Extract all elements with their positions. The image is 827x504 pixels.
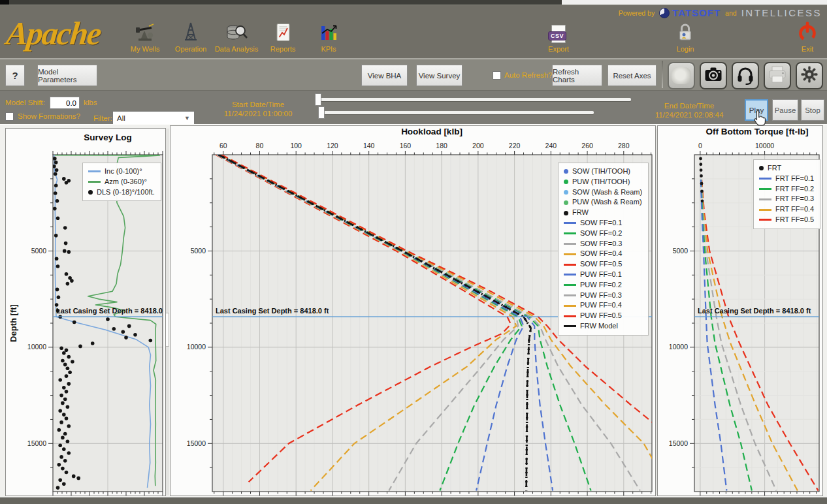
legend-marker-line	[759, 178, 771, 180]
view-bha-button[interactable]: View BHA	[361, 65, 408, 86]
model-shift-unit: klbs	[84, 99, 97, 106]
legend-label: FRW Model	[580, 321, 618, 332]
stop-button[interactable]: Stop	[801, 99, 824, 121]
legend-label: Inc (0-100)°	[105, 166, 142, 177]
support-button[interactable]	[732, 62, 759, 89]
reset-axes-button[interactable]: Reset Axes	[608, 65, 657, 86]
slider-thumb-end[interactable]	[318, 106, 325, 119]
nav-my-wells[interactable]: My Wells	[122, 20, 168, 53]
legend-label: SOW FF=0.4	[580, 249, 623, 259]
auto-refresh-checkbox[interactable]	[493, 71, 501, 80]
legend-label: SOW FF=0.2	[580, 228, 623, 239]
chevron-down-icon: ▼	[184, 115, 190, 121]
legend-label: SOW (TIH/TOOH)	[572, 166, 630, 177]
legend-label: SOW FF=0.1	[580, 218, 623, 228]
nav-label: Reports	[270, 45, 296, 53]
svg-text:5000: 5000	[673, 247, 689, 255]
legend-marker-dot	[759, 166, 764, 170]
filter-value: All	[117, 114, 125, 122]
svg-text:Last Casing Set Depth = 8418.0: Last Casing Set Depth = 8418.0 ft	[698, 307, 811, 315]
play-button[interactable]: Play	[745, 99, 768, 121]
svg-text:5000: 5000	[31, 247, 47, 255]
start-datetime: Start Date/Time 11/24/2021 01:00:00	[209, 101, 307, 118]
svg-text:15000: 15000	[187, 439, 206, 447]
nav-label: Operation	[175, 45, 206, 53]
filter-label: Filter:	[93, 114, 112, 122]
legend-marker-line	[759, 209, 771, 211]
end-datetime: End Date/Time 11/24/2021 02:08:44	[640, 102, 738, 119]
view-survey-button[interactable]: View Survey	[416, 65, 462, 86]
record-button[interactable]	[668, 62, 695, 89]
model-parameters-button[interactable]: Model Parameters	[37, 65, 97, 86]
legend-label: PUW FF=0.1	[580, 270, 622, 280]
nav-label: Login	[677, 45, 694, 53]
survey-log-chart[interactable]: 50001000015000Last Casing Set Depth = 84…	[5, 128, 166, 496]
slider-thumb-start[interactable]	[315, 93, 321, 106]
chart-legend: FRTFRT FF=0.1FRT FF=0.2FRT FF=0.3FRT FF=…	[753, 159, 820, 229]
time-range-slider-start[interactable]	[315, 98, 631, 101]
legend-marker-dot	[564, 211, 568, 215]
legend-label: PUW FF=0.3	[580, 291, 622, 301]
tatsoft-ball-icon	[659, 8, 670, 18]
svg-text:120: 120	[327, 142, 338, 150]
svg-text:200: 200	[472, 142, 484, 150]
powered-by-bar: Powered by TATSOFT and INTELLICESS	[619, 7, 822, 18]
nav-label: My Wells	[131, 45, 159, 53]
report-icon	[273, 20, 293, 43]
hookload-chart[interactable]: 6080100120140160180200220240260280500010…	[170, 125, 656, 496]
printer-icon	[767, 65, 788, 87]
legend-label: FRW	[572, 208, 589, 218]
legend-label: PUW FF=0.2	[580, 280, 622, 291]
time-range-slider-end[interactable]	[318, 111, 594, 114]
database-search-icon	[225, 20, 248, 43]
nav-kpis[interactable]: KPIs	[306, 20, 351, 53]
refresh-charts-button[interactable]: Refresh Charts	[552, 65, 602, 86]
svg-text:60: 60	[219, 142, 227, 150]
chart-title: Hookload [klb]	[401, 127, 462, 136]
chart-legend: Inc (0-100)°Azm (0-360)°DLS (0-18)°/100f…	[82, 163, 161, 201]
window-top-strip-right	[562, 0, 827, 5]
chart-legend: SOW (TIH/TOOH)PUW (TIH/TOOH)SOW (Wash & …	[558, 163, 649, 336]
csv-file-icon: CSV	[551, 20, 566, 43]
toolbar-divider	[662, 61, 663, 88]
exit-button[interactable]: Exit	[788, 20, 827, 53]
legend-label: SOW FF=0.5	[580, 259, 623, 270]
legend-marker-line	[564, 264, 576, 266]
legend-marker-line	[564, 253, 576, 255]
nav-operation[interactable]: Operation	[168, 20, 214, 53]
start-datetime-value: 11/24/2021 01:00:00	[209, 110, 307, 118]
power-icon	[796, 20, 819, 43]
pumpjack-icon	[135, 20, 155, 43]
legend-label: PUW (TIH/TOOH)	[572, 177, 630, 187]
legend-label: FRT	[768, 163, 781, 174]
legend-marker-dot	[88, 190, 93, 195]
legend-label: FRT FF=0.3	[775, 194, 814, 204]
show-formations-checkbox[interactable]	[5, 112, 14, 121]
nav-data-analysis[interactable]: Data Analysis	[214, 20, 259, 53]
legend-marker-line	[564, 232, 576, 234]
auto-refresh-label: Auto Refresh?	[504, 71, 553, 79]
print-button[interactable]	[764, 62, 791, 89]
model-shift-input[interactable]	[50, 97, 80, 109]
camera-icon	[703, 65, 724, 87]
help-button[interactable]: ?	[5, 65, 25, 86]
login-button[interactable]: Login	[662, 20, 708, 53]
svg-text:240: 240	[545, 142, 557, 150]
legend-label: SOW FF=0.3	[580, 239, 623, 249]
screenshot-button[interactable]	[700, 62, 727, 89]
chart-title: Survey Log	[84, 133, 132, 142]
svg-text:160: 160	[400, 142, 412, 150]
nav-reports[interactable]: Reports	[260, 20, 306, 53]
export-button[interactable]: CSV Export	[536, 20, 581, 53]
model-shift-label: Model Shift:	[5, 99, 45, 106]
pause-button[interactable]: Pause	[772, 99, 798, 121]
off-bottom-torque-chart[interactable]: 01000050001000015000Last Casing Set Dept…	[657, 125, 823, 496]
legend-label: FRT FF=0.5	[775, 215, 814, 225]
svg-text:Last Casing Set Depth = 8418.0: Last Casing Set Depth = 8418.0 ft	[216, 307, 329, 315]
tatsoft-logo: TATSOFT	[659, 7, 721, 18]
settings-button[interactable]	[796, 62, 823, 89]
headset-icon	[735, 64, 756, 87]
svg-text:10000: 10000	[669, 343, 688, 351]
filter-select[interactable]: All ▼	[112, 111, 195, 125]
legend-label: FRT FF=0.4	[775, 204, 814, 215]
